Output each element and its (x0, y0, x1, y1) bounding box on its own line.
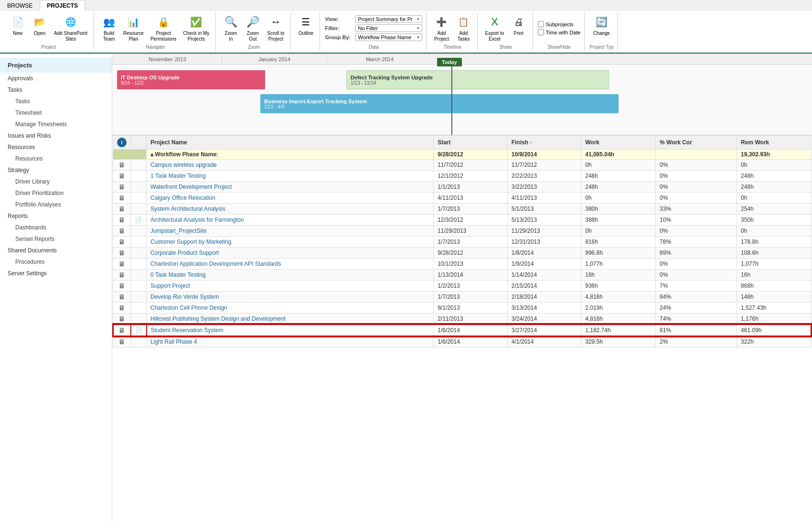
tab-browse[interactable]: BROWSE (0, 0, 40, 11)
time-with-date-checkbox[interactable] (538, 29, 544, 35)
filter-arrow: ▼ (417, 26, 420, 31)
col-work-complete[interactable]: % Work Cor (656, 136, 737, 150)
col-start[interactable]: Start (434, 136, 508, 150)
gantt-month-nov: November 2013 (117, 56, 222, 62)
change-button[interactable]: 🔄 Change (591, 13, 612, 38)
row-work: 1,077h (581, 259, 656, 270)
groupby-value: Workflow Phase Name (358, 34, 411, 40)
sidebar-item-driver-prioritization[interactable]: Driver Prioritization (0, 187, 112, 199)
row-start: 10/1/2013 (434, 259, 508, 270)
sidebar-item-shared-documents[interactable]: Shared Documents (0, 245, 112, 256)
table-row: 🖥 Support Project 1/2/2013 2/15/2014 936… (113, 281, 812, 292)
row-link[interactable]: Customer Support by Marketing (150, 238, 231, 245)
sidebar-item-procedures[interactable]: Procedures (0, 256, 112, 268)
row-link[interactable]: Light Rail Phase 4 (150, 338, 197, 345)
zoom-out-button[interactable]: 🔎 ZoomOut (243, 13, 263, 43)
col-project-name[interactable]: Project Name (147, 136, 434, 150)
open-button[interactable]: 📂 Open (30, 13, 50, 38)
resource-plan-label: ResourcePlan (123, 31, 144, 42)
view-label: View: (325, 16, 353, 22)
sidebar-item-issues-risks[interactable]: Issues and Risks (0, 130, 112, 141)
sidebar-item-driver-library[interactable]: Driver Library (0, 176, 112, 187)
filter-value: No Filter (358, 25, 378, 31)
sidebar-item-manage-timesheets[interactable]: Manage Timesheets (0, 119, 112, 130)
col-finish[interactable]: Finish ↑ (507, 136, 581, 150)
row-link[interactable]: System Architectural Analysis (150, 206, 225, 212)
table-row: 🖥 Develop Rio Verde System 1/7/2013 2/18… (113, 292, 812, 303)
row-work-complete: 7% (656, 281, 737, 292)
table-row: 🖥 Corporate Product Support 9/28/2012 1/… (113, 248, 812, 259)
row-icon1: 🖥 (113, 281, 131, 292)
subprojects-checkbox[interactable] (538, 21, 544, 27)
row-link[interactable]: Support Project (150, 282, 190, 289)
row-link[interactable]: Student Reservation System (151, 327, 224, 334)
zoom-in-button[interactable]: 🔍 ZoomIn (221, 13, 241, 43)
filter-select[interactable]: No Filter ▼ (355, 24, 422, 32)
export-excel-button[interactable]: X Export toExcel (482, 13, 506, 43)
scroll-to-project-button[interactable]: ↔ Scroll toProject (265, 13, 287, 43)
row-work: 0h (581, 160, 656, 171)
row-name: Light Rail Phase 4 (147, 336, 434, 347)
sidebar-item-tasks-sub[interactable]: Tasks (0, 96, 112, 107)
row-link[interactable]: Charleston Application Development API S… (150, 260, 281, 267)
row-name: Charleston Cell Phone Design (147, 303, 434, 314)
row-link[interactable]: Hillcrest Publishing System Design and D… (150, 315, 286, 322)
row-link[interactable]: Develop Rio Verde System (150, 293, 219, 300)
add-sharepoint-button[interactable]: 🌐 Add SharePointSites (52, 13, 90, 43)
row-work: 936h (581, 281, 656, 292)
outline-button[interactable]: ☰ Outline (296, 13, 316, 38)
sidebar-item-projects[interactable]: Projects (0, 58, 112, 73)
new-label: New (13, 31, 22, 36)
subprojects-checkbox-item[interactable]: Subprojects (538, 21, 574, 27)
build-team-button[interactable]: 👥 BuildTeam (99, 13, 119, 43)
row-link[interactable]: Campus wireless upgrade (150, 162, 217, 168)
add-tasks-button[interactable]: 📋 AddTasks (453, 13, 473, 43)
row-start: 1/6/2014 (434, 336, 508, 347)
sidebar-item-dashboards[interactable]: Dashboards (0, 222, 112, 233)
new-button[interactable]: 📄 New (8, 13, 28, 38)
add-project-button[interactable]: ➕ AddProject (431, 13, 451, 43)
col-work[interactable]: Work (581, 136, 656, 150)
row-link[interactable]: Architectural Analysis for Farmington (150, 217, 244, 223)
row-finish: 3/22/2013 (507, 182, 581, 193)
groupby-label: Group By: (325, 34, 353, 40)
project-permissions-button[interactable]: 🔒 ProjectPermissions (148, 13, 179, 43)
show-hide-group-label: Show/Hide (547, 44, 570, 51)
change-label: Change (593, 31, 610, 36)
sidebar-item-resources-sub[interactable]: Resources (0, 153, 112, 164)
row-link[interactable]: Corporate Product Support (150, 249, 219, 256)
row-link[interactable]: Calgary Office Relocation (150, 195, 215, 201)
group-label: ▴ Workflow Phase Name: (150, 151, 218, 158)
sidebar-item-resources[interactable]: Resources (0, 141, 112, 153)
tab-projects[interactable]: PROJECTS (40, 0, 85, 11)
groupby-select[interactable]: Workflow Phase Name ▼ (355, 33, 422, 41)
row-work-complete: 10% (656, 215, 737, 226)
view-select[interactable]: Project Summary for Pr ▼ (355, 15, 422, 23)
col-rem-work[interactable]: Rem Work (737, 136, 812, 150)
check-in-label: Check in MyProjects (183, 31, 209, 42)
sidebar-item-tasks[interactable]: Tasks (0, 84, 112, 96)
sidebar-item-server-settings[interactable]: Server Settings (0, 268, 112, 279)
open-label: Open (34, 31, 45, 36)
row-link[interactable]: 0 Task Master Testing (150, 271, 206, 278)
check-in-button[interactable]: ✅ Check in MyProjects (181, 13, 212, 43)
timeline-group-label: Timeline (444, 44, 461, 51)
project-permissions-icon: 🔒 (156, 14, 171, 30)
resource-plan-button[interactable]: 📊 ResourcePlan (121, 13, 146, 43)
sidebar-item-sensei-reports[interactable]: Sensei Reports (0, 233, 112, 245)
sidebar-item-reports[interactable]: Reports (0, 210, 112, 222)
sidebar-item-strategy[interactable]: Strategy (0, 164, 112, 176)
row-link[interactable]: Waterfront Development Project (150, 184, 232, 190)
row-work: 816h (581, 237, 656, 248)
group-icon1 (113, 150, 131, 160)
row-name: Develop Rio Verde System (147, 292, 434, 303)
row-link[interactable]: Jumpstart_ProjectSite (150, 228, 206, 234)
sidebar-item-portfolio-analyses[interactable]: Portfolio Analyses (0, 199, 112, 210)
sidebar-item-approvals[interactable]: Approvals (0, 73, 112, 84)
row-link[interactable]: Charleston Cell Phone Design (150, 304, 227, 311)
sidebar-item-timesheet[interactable]: Timesheet (0, 107, 112, 119)
row-link[interactable]: 1 Task Master Testing (150, 173, 206, 179)
time-with-date-checkbox-item[interactable]: Time with Date (538, 29, 581, 35)
print-button[interactable]: 🖨 Print (509, 13, 529, 38)
row-rem-work: 248h (737, 182, 812, 193)
